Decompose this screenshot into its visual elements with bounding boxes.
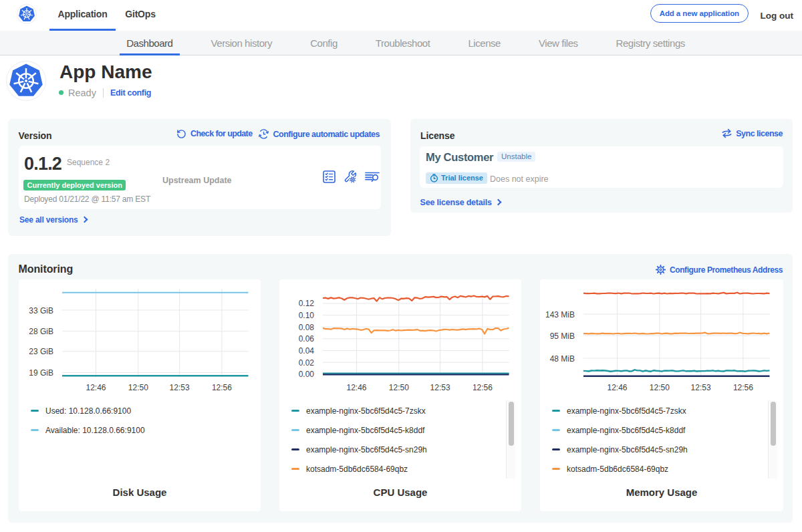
svg-text:23 GiB: 23 GiB <box>29 347 53 356</box>
svg-text:0.08: 0.08 <box>299 323 315 332</box>
svg-text:12:53: 12:53 <box>691 383 711 392</box>
svg-text:48 MiB: 48 MiB <box>550 354 575 364</box>
svg-text:12:46: 12:46 <box>346 383 366 392</box>
svg-text:0.00: 0.00 <box>299 370 315 379</box>
svg-text:19 GiB: 19 GiB <box>29 368 53 378</box>
svg-text:12:56: 12:56 <box>473 383 493 392</box>
svg-text:12:50: 12:50 <box>389 383 409 392</box>
svg-text:12:56: 12:56 <box>733 383 753 392</box>
svg-text:95 MiB: 95 MiB <box>550 331 575 341</box>
svg-text:28 GiB: 28 GiB <box>29 327 53 336</box>
svg-text:33 GiB: 33 GiB <box>29 306 53 315</box>
svg-text:143 MiB: 143 MiB <box>545 310 575 319</box>
svg-text:0.06: 0.06 <box>299 334 315 344</box>
svg-text:12:53: 12:53 <box>430 383 450 392</box>
svg-text:0.10: 0.10 <box>299 311 315 320</box>
svg-text:12:50: 12:50 <box>128 383 148 392</box>
svg-text:0.04: 0.04 <box>299 346 315 356</box>
svg-text:12:50: 12:50 <box>650 383 670 392</box>
svg-text:12:56: 12:56 <box>212 383 232 392</box>
svg-text:12:53: 12:53 <box>170 383 190 392</box>
svg-text:0.12: 0.12 <box>299 299 315 308</box>
svg-text:0.02: 0.02 <box>299 358 315 368</box>
svg-text:12:46: 12:46 <box>607 383 627 392</box>
svg-text:12:46: 12:46 <box>86 383 106 392</box>
